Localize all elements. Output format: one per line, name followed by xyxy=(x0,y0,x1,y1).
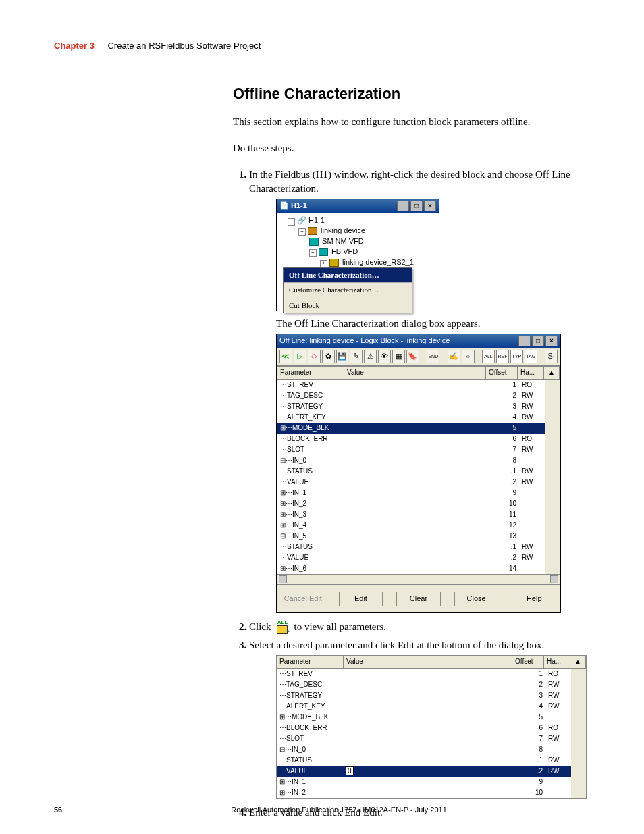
caption-1: The Off Line Characterization dialog box… xyxy=(276,317,590,331)
auto-icon[interactable]: ∞ xyxy=(462,350,475,363)
table-row[interactable]: ⊟⋯IN_08 xyxy=(277,455,560,466)
close-button[interactable]: × xyxy=(424,201,436,211)
col-offset[interactable]: Offset xyxy=(486,367,518,379)
table-row[interactable]: ⋯STRATEGY3RW xyxy=(277,401,560,412)
table-row[interactable]: ⊞⋯IN_19 xyxy=(277,777,586,787)
page-number: 56 xyxy=(54,806,88,814)
table-row[interactable]: ⋯TAG_DESC2RW xyxy=(277,390,560,401)
close-button[interactable]: × xyxy=(545,336,558,346)
value-input[interactable]: 0 xyxy=(346,766,354,775)
table-row[interactable]: ⊞⋯IN_210 xyxy=(277,787,586,798)
filter-all-icon[interactable]: ALL xyxy=(482,350,495,363)
window-title: H1-1 xyxy=(291,201,307,211)
maximize-button[interactable]: □ xyxy=(410,201,423,211)
tree-node[interactable]: + linking device_RS2_1 xyxy=(279,257,436,267)
table-row[interactable]: ⋯STRATEGY3RW xyxy=(277,690,586,701)
table-row[interactable]: ⋯ST_REV1RO xyxy=(277,669,586,679)
table-row[interactable]: ⊟⋯IN_513 xyxy=(277,531,560,542)
tree-node[interactable]: − FB VFD xyxy=(279,246,436,257)
edit-button[interactable]: Edit xyxy=(339,592,383,606)
nav-stop-icon[interactable]: ◇ xyxy=(308,350,321,363)
close-button[interactable]: Close xyxy=(454,592,499,606)
parameter-edit-grid: Parameter Value Offset Ha... ▲ ⋯ST_REV1R… xyxy=(276,655,587,799)
table-row[interactable]: ⋯SLOT7RW xyxy=(277,444,560,455)
minimize-button[interactable]: _ xyxy=(518,336,531,346)
table-row[interactable]: ⊞⋯MODE_BLK5 xyxy=(277,423,560,434)
table-row[interactable]: ⊟⋯IN_08 xyxy=(277,744,586,755)
dialog-title: Off Line: linking device - Logix Block -… xyxy=(279,336,450,346)
col-parameter[interactable]: Parameter xyxy=(277,656,344,668)
col-ha[interactable]: Ha... xyxy=(544,656,570,668)
table-row[interactable]: ⋯STATUS.1RW xyxy=(277,542,560,552)
nav-first-icon[interactable]: ≪ xyxy=(279,350,292,363)
table-row[interactable]: ⋯STATUS.1RW xyxy=(277,466,560,477)
table-row[interactable]: ⋯VALUE.2RW xyxy=(277,477,560,488)
menu-customize-characterization[interactable]: Customize Characterization… xyxy=(284,283,412,298)
help-button[interactable]: Help xyxy=(512,592,556,606)
minimize-button[interactable]: _ xyxy=(397,201,409,211)
table-row[interactable]: ⊞⋯IN_19 xyxy=(277,488,560,498)
scroll-up-icon[interactable]: ▲ xyxy=(544,367,560,379)
tree-node[interactable]: − linking device xyxy=(279,226,436,236)
table-row[interactable]: ⊞⋯IN_614 xyxy=(277,563,560,574)
grid-icon[interactable]: ▦ xyxy=(392,350,405,363)
tag-icon[interactable]: 🔖 xyxy=(406,350,419,363)
table-row[interactable]: ⊞⋯MODE_BLK5 xyxy=(277,712,586,723)
table-row[interactable]: ⋯STATUS.1RW xyxy=(277,755,586,766)
menu-cut-block[interactable]: Cut Block xyxy=(284,298,412,313)
settings-icon[interactable]: S· xyxy=(545,350,558,363)
col-ha[interactable]: Ha... xyxy=(518,367,544,379)
col-value[interactable]: Value xyxy=(344,367,486,379)
step-2: Click ALL ▸ to view all parameters. xyxy=(249,619,590,634)
chapter-number: Chapter 3 xyxy=(54,41,95,51)
table-row[interactable]: ⋯ALERT_KEY4RW xyxy=(277,701,586,712)
scroll-left-icon[interactable] xyxy=(279,575,287,583)
scroll-right-icon[interactable] xyxy=(550,575,558,583)
section-heading: Offline Characterization xyxy=(233,85,590,103)
table-row[interactable]: ⊞⋯IN_210 xyxy=(277,498,560,509)
do-steps-text: Do these steps. xyxy=(233,141,590,155)
warning-icon[interactable]: ⚠ xyxy=(364,350,377,363)
offline-char-dialog: Off Line: linking device - Logix Block -… xyxy=(276,334,561,613)
cancel-edit-button[interactable]: Cancel Edit xyxy=(281,592,325,606)
menu-offline-characterization[interactable]: Off Line Characterization… xyxy=(284,268,412,283)
table-row[interactable]: ⋯ALERT_KEY4RW xyxy=(277,412,560,423)
clear-button[interactable]: Clear xyxy=(396,592,441,606)
eye-icon[interactable]: 👁 xyxy=(378,350,391,363)
tool-icon[interactable]: ✿ xyxy=(322,350,335,363)
table-row[interactable]: ⋯VALUE0.2RW xyxy=(277,766,586,777)
step2-post: to view all parameters. xyxy=(294,620,387,634)
filter-type-icon[interactable]: TYP xyxy=(510,350,523,363)
scroll-up-icon[interactable]: ▲ xyxy=(570,656,586,668)
save-icon[interactable]: 💾 xyxy=(336,350,349,363)
step-1: In the Fieldbus (H1) window, right-click… xyxy=(249,167,590,613)
toolbar: ≪ ▷ ◇ ✿ 💾 ✎ ⚠ 👁 ▦ 🔖 END xyxy=(277,348,560,366)
col-value[interactable]: Value xyxy=(344,656,512,668)
chapter-title: Create an RSFieldbus Software Project xyxy=(107,41,261,51)
table-row[interactable]: ⋯SLOT7RW xyxy=(277,733,586,744)
col-offset[interactable]: Offset xyxy=(512,656,544,668)
nav-next-icon[interactable]: ▷ xyxy=(294,350,306,363)
publication-info: Rockwell Automation Publication 1757-UM0… xyxy=(88,806,590,814)
window-icon: 📄 xyxy=(279,201,289,211)
all-parameters-icon[interactable]: ALL ▸ xyxy=(274,619,292,634)
default-icon[interactable]: ✍ xyxy=(448,350,460,363)
brush-icon[interactable]: ✎ xyxy=(350,350,363,363)
end-icon[interactable]: END xyxy=(427,350,439,363)
maximize-button[interactable]: □ xyxy=(532,336,544,346)
context-menu: Off Line Characterization… Customize Cha… xyxy=(283,267,412,313)
table-row[interactable]: ⋯VALUE.2RW xyxy=(277,552,560,563)
table-row[interactable]: ⊞⋯IN_412 xyxy=(277,520,560,531)
table-row[interactable]: ⊞⋯IN_311 xyxy=(277,509,560,520)
intro-text: This section explains how to configure f… xyxy=(233,115,590,129)
table-row[interactable]: ⋯ST_REV1RO xyxy=(277,380,560,390)
step2-pre: Click xyxy=(249,620,271,634)
tree-node[interactable]: SM NM VFD xyxy=(279,236,436,246)
filter-ref-icon[interactable]: REF xyxy=(496,350,509,363)
table-row[interactable]: ⋯BLOCK_ERR6RO xyxy=(277,434,560,444)
table-row[interactable]: ⋯BLOCK_ERR6RO xyxy=(277,723,586,733)
table-row[interactable]: ⋯TAG_DESC2RW xyxy=(277,679,586,690)
col-parameter[interactable]: Parameter xyxy=(277,367,344,379)
tree-root[interactable]: −🔗 H1-1 xyxy=(279,215,436,226)
filter-tag-icon[interactable]: TAG xyxy=(525,350,537,363)
